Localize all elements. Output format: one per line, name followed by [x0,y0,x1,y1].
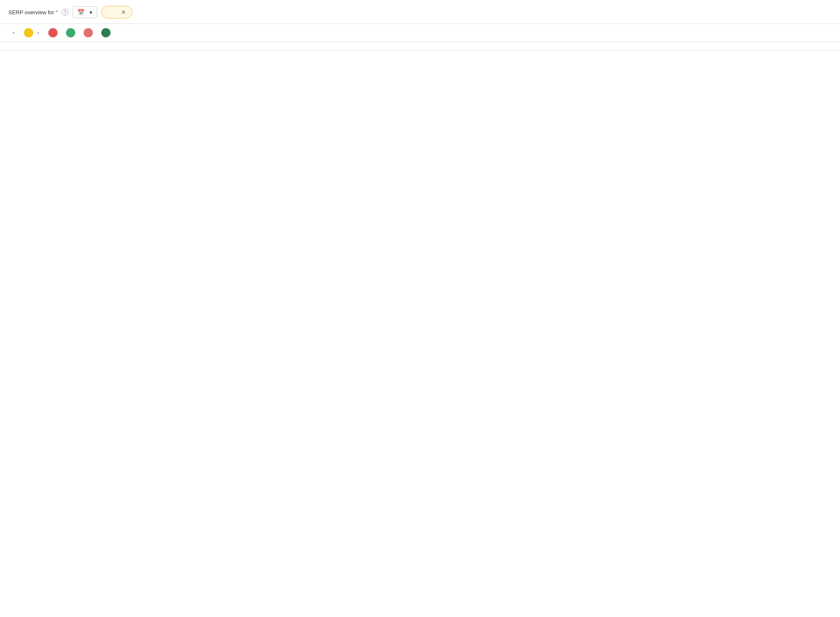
top-header: SERP overview for " ? 📅 ▾ ✕ [0,0,840,24]
dot-separator2: • [37,30,39,36]
similarity-badge [24,28,33,37]
improved-badge [101,28,111,37]
column-headers [0,42,840,51]
calendar-icon: 📅 [77,9,84,16]
header-title-prefix: SERP overview for " [8,9,58,16]
date-button[interactable]: 📅 ▾ [73,6,97,18]
compare-button[interactable]: ✕ [101,6,132,18]
right-column-header [456,42,840,50]
lost-badge [84,28,93,37]
dot-separator: • [13,30,15,36]
declined-badge [48,28,58,37]
chevron-down-icon: ▾ [90,9,92,16]
close-icon[interactable]: ✕ [121,9,126,16]
left-column-header [0,42,384,50]
new-badge [66,28,75,37]
header-title: SERP overview for " [8,9,58,16]
help-icon[interactable]: ? [62,9,68,16]
stats-row: • • [0,24,840,42]
